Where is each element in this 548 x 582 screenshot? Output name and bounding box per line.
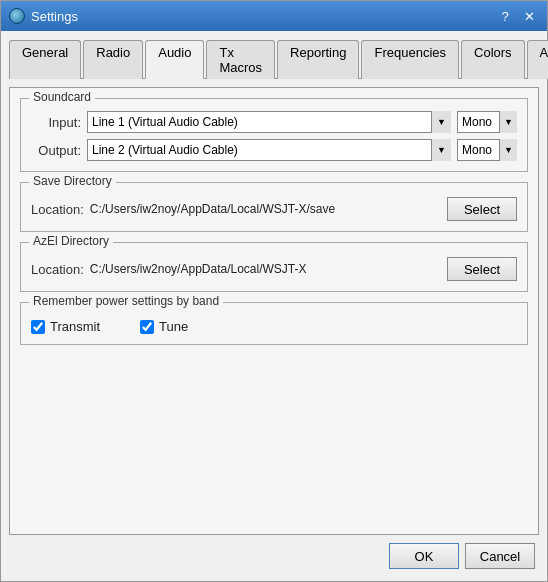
azel-directory-title: AzEl Directory — [29, 234, 113, 248]
window-title: Settings — [31, 9, 78, 24]
ok-button[interactable]: OK — [389, 543, 459, 569]
tune-checkbox[interactable] — [140, 320, 154, 334]
settings-window: Settings ? ✕ General Radio Audio Tx Macr… — [0, 0, 548, 582]
tab-frequencies[interactable]: Frequencies — [361, 40, 459, 79]
tab-general[interactable]: General — [9, 40, 81, 79]
cancel-button[interactable]: Cancel — [465, 543, 535, 569]
input-select-wrapper: Line 1 (Virtual Audio Cable) ▼ — [87, 111, 451, 133]
title-bar-buttons: ? ✕ — [495, 7, 539, 25]
app-icon — [9, 8, 25, 24]
title-bar: Settings ? ✕ — [1, 1, 547, 31]
save-directory-group: Save Directory Location: C:/Users/iw2noy… — [20, 182, 528, 232]
tab-radio[interactable]: Radio — [83, 40, 143, 79]
tab-reporting[interactable]: Reporting — [277, 40, 359, 79]
transmit-checkbox[interactable] — [31, 320, 45, 334]
transmit-checkbox-item: Transmit — [31, 319, 100, 334]
title-bar-left: Settings — [9, 8, 78, 24]
output-select[interactable]: Line 2 (Virtual Audio Cable) — [87, 139, 451, 161]
save-directory-title: Save Directory — [29, 174, 116, 188]
help-button[interactable]: ? — [495, 7, 515, 25]
output-mono-select[interactable]: Mono — [457, 139, 517, 161]
tab-advanced[interactable]: Advanced — [527, 40, 548, 79]
azel-dir-row: Location: C:/Users/iw2noy/AppData/Local/… — [31, 257, 517, 281]
tab-tx-macros[interactable]: Tx Macros — [206, 40, 275, 79]
soundcard-group: Soundcard Input: Line 1 (Virtual Audio C… — [20, 98, 528, 172]
input-select[interactable]: Line 1 (Virtual Audio Cable) — [87, 111, 451, 133]
output-label: Output: — [31, 143, 81, 158]
output-row: Output: Line 2 (Virtual Audio Cable) ▼ M… — [31, 139, 517, 161]
power-checkbox-row: Transmit Tune — [31, 319, 517, 334]
close-button[interactable]: ✕ — [519, 7, 539, 25]
input-mono-select[interactable]: Mono — [457, 111, 517, 133]
azel-directory-group: AzEl Directory Location: C:/Users/iw2noy… — [20, 242, 528, 292]
save-dir-row: Location: C:/Users/iw2noy/AppData/Local/… — [31, 197, 517, 221]
output-select-wrapper: Line 2 (Virtual Audio Cable) ▼ — [87, 139, 451, 161]
tune-label: Tune — [159, 319, 188, 334]
bottom-bar: OK Cancel — [9, 535, 539, 573]
input-row: Input: Line 1 (Virtual Audio Cable) ▼ Mo… — [31, 111, 517, 133]
content-area: General Radio Audio Tx Macros Reporting … — [1, 31, 547, 581]
power-settings-group: Remember power settings by band Transmit… — [20, 302, 528, 345]
soundcard-title: Soundcard — [29, 90, 95, 104]
power-settings-title: Remember power settings by band — [29, 294, 223, 308]
input-mono-wrapper: Mono ▼ — [457, 111, 517, 133]
tab-audio[interactable]: Audio — [145, 40, 204, 79]
save-location-label: Location: — [31, 202, 84, 217]
save-select-button[interactable]: Select — [447, 197, 517, 221]
tab-bar: General Radio Audio Tx Macros Reporting … — [9, 39, 539, 79]
output-mono-wrapper: Mono ▼ — [457, 139, 517, 161]
tune-checkbox-item: Tune — [140, 319, 188, 334]
audio-panel: Soundcard Input: Line 1 (Virtual Audio C… — [9, 87, 539, 535]
azel-location-label: Location: — [31, 262, 84, 277]
transmit-label: Transmit — [50, 319, 100, 334]
input-label: Input: — [31, 115, 81, 130]
azel-select-button[interactable]: Select — [447, 257, 517, 281]
save-path: C:/Users/iw2noy/AppData/Local/WSJT-X/sav… — [90, 202, 441, 216]
azel-path: C:/Users/iw2noy/AppData/Local/WSJT-X — [90, 262, 441, 276]
tab-colors[interactable]: Colors — [461, 40, 525, 79]
